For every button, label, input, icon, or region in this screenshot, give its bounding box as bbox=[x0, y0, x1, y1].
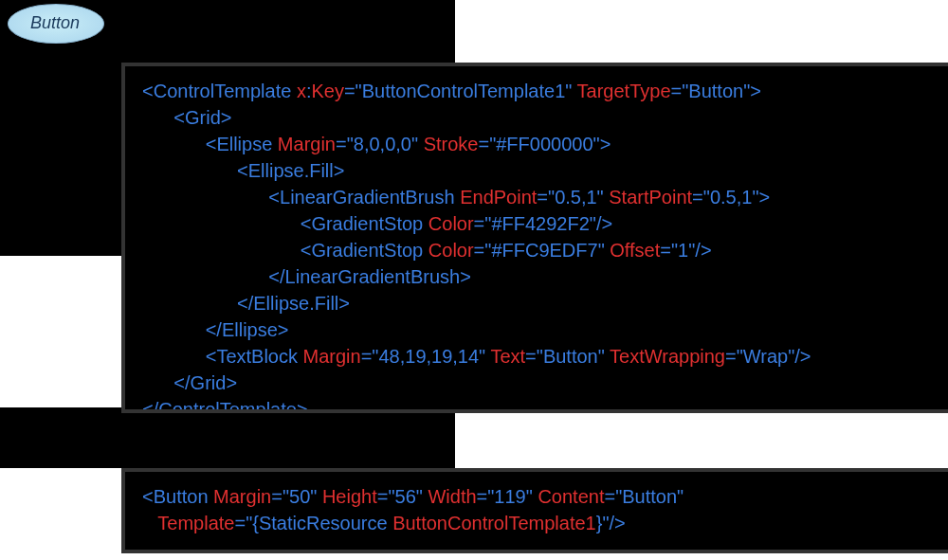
bg-block-left bbox=[0, 42, 125, 256]
bg-block-top-mid bbox=[106, 0, 455, 64]
bg-block-mid bbox=[0, 407, 455, 468]
button-preview[interactable]: Button bbox=[8, 4, 102, 42]
xaml-template-code: <ControlTemplate x:Key="ButtonControlTem… bbox=[121, 63, 948, 413]
button-label: Button bbox=[30, 13, 80, 33]
xaml-usage-code: <Button Margin="50" Height="56" Width="1… bbox=[121, 468, 948, 553]
